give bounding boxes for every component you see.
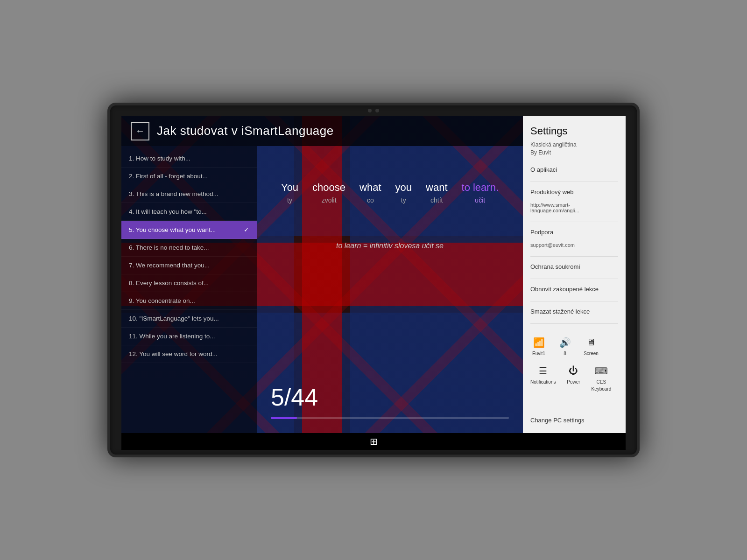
word-want: want chtít [426, 182, 447, 204]
settings-icon-keyboard[interactable]: ⌨ CES Keyboard [591, 364, 611, 392]
list-item[interactable]: 3. This is a brand new method... [121, 185, 257, 203]
word-en-highlighted: to learn. [462, 182, 499, 194]
settings-obnovit[interactable]: Obnovit zakoupené lekce [530, 286, 618, 293]
settings-icon-screen[interactable]: 🖥 Screen [583, 336, 599, 356]
settings-produktovy-url[interactable]: http://www.smart-language.com/angli... [530, 202, 618, 213]
settings-icon-power[interactable]: ⏻ Power [565, 364, 582, 385]
app-title: Jak studovat v iSmartLanguage [157, 124, 334, 138]
translation-text: to learn = infinitiv slovesa učit se [336, 242, 444, 250]
list-item-active[interactable]: 5. You choose what you want... ✓ [121, 221, 257, 239]
word-en: want [426, 182, 447, 194]
settings-icons-row-1: 📶 Euvit1 🔊 8 🖥 Screen [530, 336, 618, 356]
list-item[interactable]: 12. You will see word for word... [121, 345, 257, 363]
tablet-frame: ← Jak studovat v iSmartLanguage 1. How t… [107, 103, 640, 457]
list-item[interactable]: 7. We recommend that you... [121, 257, 257, 274]
divider [530, 323, 618, 324]
settings-podpora-label: Podpora [530, 229, 618, 236]
screen-label: Screen [584, 351, 599, 356]
word-en: you [395, 182, 412, 194]
list-item[interactable]: 8. Every lesson consists of... [121, 274, 257, 292]
word-en: You [281, 182, 298, 194]
word-cz-highlighted: učit [475, 196, 485, 204]
settings-subtitle-line1: Klasická angličtina [530, 141, 618, 149]
word-what: what co [359, 182, 381, 204]
check-icon: ✓ [244, 226, 249, 233]
signal-icon: 📶 [530, 336, 547, 349]
keyboard-label-ces: CES [597, 379, 606, 385]
back-button[interactable]: ← [131, 122, 149, 140]
word-display-area: You ty choose zvolit what co you [257, 146, 523, 239]
camera-dot-2 [375, 109, 379, 112]
settings-icons-row-2: ☰ Notifications ⏻ Power ⌨ CES Keyboard [530, 364, 618, 392]
progress-bar-fill [271, 417, 297, 419]
divider [530, 256, 618, 257]
list-item[interactable]: 6. There is no need to take... [121, 239, 257, 257]
change-pc-settings[interactable]: Change PC settings [530, 417, 618, 424]
keyboard-icon: ⌨ [593, 364, 610, 378]
screen-icon: 🖥 [583, 336, 599, 349]
divider [530, 222, 618, 222]
euvit1-label: Euvit1 [532, 351, 545, 356]
settings-podpora-email[interactable]: support@euvit.com [530, 242, 618, 248]
settings-subtitle: Klasická angličtina By Euvit [530, 141, 618, 157]
divider [530, 279, 618, 279]
word-cz: ty [287, 196, 292, 204]
divider [530, 301, 618, 301]
settings-o-aplikaci[interactable]: O aplikaci [530, 166, 618, 173]
progress-area: 5/44 [257, 383, 523, 419]
translation-note: to learn = infinitiv slovesa učit se [257, 242, 523, 250]
settings-icon-volume[interactable]: 🔊 8 [557, 336, 573, 356]
camera-area [110, 105, 637, 116]
volume-label: 8 [564, 351, 566, 356]
settings-icon-notifications[interactable]: ☰ Notifications [530, 364, 556, 385]
settings-subtitle-line2: By Euvit [530, 149, 618, 157]
settings-icon-euvit1[interactable]: 📶 Euvit1 [530, 336, 547, 356]
progress-counter: 5/44 [271, 383, 509, 411]
settings-panel: Settings Klasická angličtina By Euvit O … [523, 116, 626, 433]
list-item[interactable]: 2. First of all - forget about... [121, 168, 257, 185]
power-label: Power [567, 379, 580, 385]
taskbar: ⊞ [121, 433, 626, 450]
word-en: what [359, 182, 381, 194]
power-icon: ⏻ [565, 364, 582, 378]
word-cz: chtít [430, 196, 443, 204]
notifications-icon: ☰ [535, 364, 551, 378]
word-choose: choose zvolit [312, 182, 345, 204]
app-area: ← Jak studovat v iSmartLanguage 1. How t… [121, 116, 523, 433]
app-header: ← Jak studovat v iSmartLanguage [121, 116, 523, 146]
settings-smazat[interactable]: Smazat stažené lekce [530, 308, 618, 315]
volume-icon: 🔊 [557, 336, 573, 349]
word-cz: zvolit [322, 196, 337, 204]
word-tolearn: to learn. učit [462, 182, 499, 204]
settings-produktovy-web-label: Produktový web [530, 189, 618, 196]
divider [530, 182, 618, 182]
notifications-label: Notifications [530, 379, 556, 385]
active-lesson-text: 5. You choose what you want... [129, 226, 216, 233]
list-item[interactable]: 11. While you are listening to... [121, 328, 257, 345]
list-item[interactable]: 10. "iSmartLanguage" lets you... [121, 310, 257, 328]
word-you: You ty [281, 182, 298, 204]
word-cz: ty [401, 196, 406, 204]
keyboard-label: Keyboard [591, 386, 611, 392]
list-item[interactable]: 4. It will teach you how "to... [121, 203, 257, 221]
settings-ochrana[interactable]: Ochrana soukromí [530, 263, 618, 270]
word-en: choose [312, 182, 345, 194]
progress-bar-background [271, 417, 509, 419]
camera-dot [368, 109, 372, 112]
windows-logo[interactable]: ⊞ [370, 436, 378, 447]
list-item[interactable]: 1. How to study with... [121, 150, 257, 168]
list-item[interactable]: 9. You concentrate on... [121, 292, 257, 310]
settings-title: Settings [530, 125, 618, 137]
screen: ← Jak studovat v iSmartLanguage 1. How t… [121, 116, 626, 433]
word-cz: co [367, 196, 374, 204]
lesson-list: 1. How to study with... 2. First of all … [121, 146, 257, 433]
word-you2: you ty [395, 182, 412, 204]
